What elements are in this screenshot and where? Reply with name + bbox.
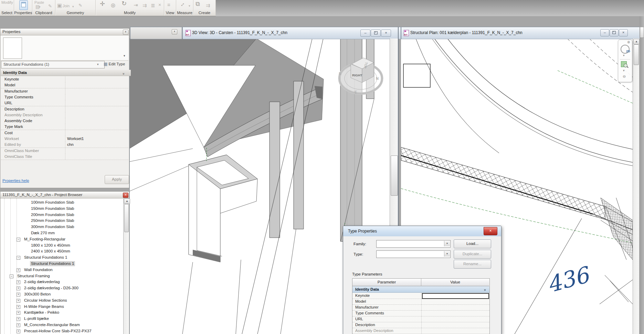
plan-titlebar[interactable]: Structural Plan: 001 kælderplan - 111391… <box>401 27 640 39</box>
properties-help-link[interactable]: Properties help <box>2 179 29 183</box>
properties-palette-titlebar[interactable]: Properties × <box>0 29 129 35</box>
panel-label-select[interactable]: Select <box>0 10 14 16</box>
tree-item[interactable]: +2-sidig dækvederlag - D26-300 <box>1 285 123 291</box>
tree-item[interactable]: +Circular Hollow Sections <box>1 298 123 303</box>
wheel-dropdown-icon[interactable]: ▾ <box>623 54 625 57</box>
type-dropdown-icon[interactable]: ▾ <box>444 251 450 257</box>
property-row[interactable]: Assembly Code <box>1 118 128 124</box>
expand-icon[interactable]: + <box>17 293 20 297</box>
tree-item-label[interactable]: Structural Foundations 1 <box>24 255 67 260</box>
dialog-parameter-value[interactable] <box>421 299 489 304</box>
property-value[interactable]: chn <box>67 142 74 148</box>
tree-item[interactable]: 150mm Foundation Slab <box>1 206 123 212</box>
project-browser-close-icon[interactable]: × <box>123 193 128 198</box>
panel-label-properties[interactable]: Properties <box>14 10 32 16</box>
tree-item[interactable]: +300x300 Beton <box>1 292 123 297</box>
dialog-close-button[interactable]: × <box>484 227 497 235</box>
collapse-icon[interactable]: − <box>17 238 20 241</box>
plan-vertical-scrollbar[interactable]: ▲ <box>633 39 639 334</box>
trim-icon[interactable]: ≣ <box>151 3 155 8</box>
zoom-dropdown-icon[interactable]: ▾ <box>623 69 625 72</box>
property-row[interactable]: Description <box>1 106 128 112</box>
tree-item-label[interactable]: 100mm Foundation Slab <box>31 200 74 205</box>
dialog-identity-data-group[interactable]: Identity Data « <box>352 286 489 293</box>
move-icon[interactable]: ✛ <box>100 1 105 7</box>
keynote-value-input[interactable] <box>422 293 489 299</box>
collapse-icon[interactable]: − <box>10 274 13 278</box>
expand-icon[interactable]: + <box>17 305 20 309</box>
tree-item-label[interactable]: H-Wide Flange Beams <box>24 304 64 309</box>
paste-dropdown-icon[interactable]: ▾ <box>39 4 41 10</box>
property-row[interactable]: Manufacturer <box>1 88 128 95</box>
join-button[interactable]: Join <box>63 4 70 8</box>
parameter-column-header[interactable]: Parameter <box>352 279 421 286</box>
dialog-parameter-row[interactable]: Assembly Description <box>352 328 489 334</box>
load-button[interactable]: Load... <box>454 239 491 248</box>
tree-item-label[interactable]: 150mm Foundation Slab <box>31 206 74 211</box>
tree-item-label[interactable]: 250mm Foundation Slab <box>31 218 74 223</box>
dialog-titlebar[interactable]: Type Properties <box>343 226 501 236</box>
plan-close-button[interactable]: × <box>619 29 628 36</box>
dialog-parameter-row[interactable]: URL <box>352 316 489 322</box>
cut-geometry-icon[interactable]: ▣ <box>57 3 62 8</box>
tree-item[interactable]: 300mm Foundation Slab <box>1 224 123 230</box>
plan-scrollbar-thumb[interactable] <box>634 44 639 65</box>
dialog-parameter-value[interactable] <box>421 316 489 322</box>
workspace-scrollbar-button[interactable] <box>640 27 644 38</box>
create-group-icon[interactable]: ⧉ <box>196 1 200 7</box>
expand-icon[interactable]: + <box>17 268 20 272</box>
dialog-parameter-value[interactable] <box>421 304 489 310</box>
property-row[interactable]: Edited bychn <box>1 142 128 148</box>
view3d-titlebar[interactable]: 3D View: 3D - Carsten - 111391_F_K_N_-_X… <box>182 27 401 39</box>
tree-item-label[interactable]: 2-sidig dækvederlag <box>24 279 60 284</box>
dialog-parameter-value[interactable] <box>421 328 489 334</box>
duplicate-button[interactable]: Duplicate... <box>454 250 491 259</box>
tree-item[interactable]: +M_Concrete-Rectangular Beam <box>1 322 123 328</box>
properties-palette-close-icon[interactable]: × <box>123 30 128 35</box>
panel-label-clipboard[interactable]: Clipboard <box>32 10 55 16</box>
tree-item-label[interactable]: 200mm Foundation Slab <box>31 212 74 217</box>
tree-item[interactable]: +Kantbjælke - Peikko <box>1 310 123 315</box>
expand-icon[interactable]: + <box>17 280 20 284</box>
plan-minimize-button[interactable]: – <box>600 29 609 36</box>
tree-item-label[interactable]: 1800 x 1200 x 450mm <box>31 243 70 248</box>
tree-item-label[interactable]: 2400 x 1800 x 450mm <box>31 249 70 254</box>
tree-item-label[interactable]: M_Concrete-Rectangular Beam <box>24 322 80 327</box>
expand-icon[interactable]: + <box>17 317 20 321</box>
zoom-region-icon[interactable] <box>621 61 627 67</box>
view3d-close-button[interactable]: × <box>381 30 391 37</box>
tree-scrollbar-thumb[interactable] <box>124 204 129 232</box>
tree-item-label[interactable]: M_Footing-Rectangular <box>24 237 65 242</box>
tree-item[interactable]: +L-profil bjælke <box>1 316 123 322</box>
tree-item[interactable]: +H-Wide Flange Beams <box>1 304 123 310</box>
tree-item-label[interactable]: Dæk 270 mm <box>31 230 55 236</box>
property-row[interactable]: Type Comments <box>1 94 128 100</box>
preview-dropdown-icon[interactable]: ▾ <box>124 54 125 57</box>
navbar-minimize-icon[interactable]: ⊖ <box>623 74 626 79</box>
property-row[interactable]: OmniClass Number <box>1 148 128 154</box>
collapse-icon[interactable]: − <box>17 256 20 260</box>
edit-type-button[interactable]: ▦ Edit Type <box>104 61 128 68</box>
background-window-close-icon[interactable]: × <box>172 29 177 34</box>
thin-lines-icon[interactable]: ≡ <box>167 2 170 7</box>
view3d-scrollbar-thumb[interactable] <box>391 155 398 196</box>
section-collapse-icon[interactable]: « <box>120 73 126 75</box>
tree-item[interactable]: −Structural Foundations 1 <box>1 255 123 260</box>
dialog-parameter-row[interactable]: Manufacturer <box>352 304 489 311</box>
rename-button[interactable]: Rename... <box>454 260 491 269</box>
property-row[interactable]: Assembly Description <box>1 112 128 118</box>
properties-palette-toggle-button[interactable] <box>19 0 28 10</box>
property-row[interactable]: URL <box>1 100 128 106</box>
expand-icon[interactable]: + <box>17 287 20 290</box>
tree-item[interactable]: −Structural Framing <box>1 273 123 279</box>
dialog-parameter-row[interactable]: Description <box>352 322 489 328</box>
tree-item[interactable]: 250mm Foundation Slab <box>1 218 123 224</box>
expand-icon[interactable]: + <box>17 330 20 333</box>
dialog-parameter-value[interactable] <box>421 310 489 316</box>
view3d-minimize-button[interactable]: – <box>360 30 370 37</box>
tree-item-label[interactable]: 300mm Foundation Slab <box>31 224 74 229</box>
panel-label-geometry[interactable]: Geometry <box>55 10 95 16</box>
property-row[interactable]: Model <box>1 82 128 88</box>
project-browser-titlebar[interactable]: 111391_F_K_N_-_X_7_chn - Project Browser… <box>0 192 129 198</box>
delete-icon[interactable]: × <box>158 2 161 8</box>
